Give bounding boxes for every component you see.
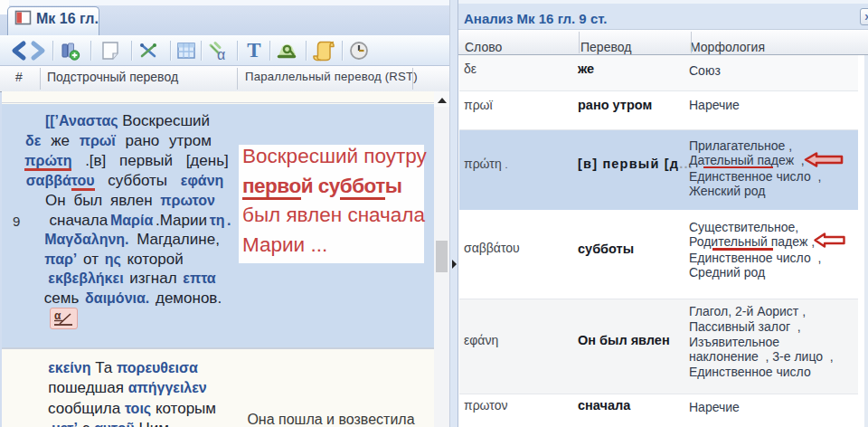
svg-text:α: α	[217, 47, 225, 62]
